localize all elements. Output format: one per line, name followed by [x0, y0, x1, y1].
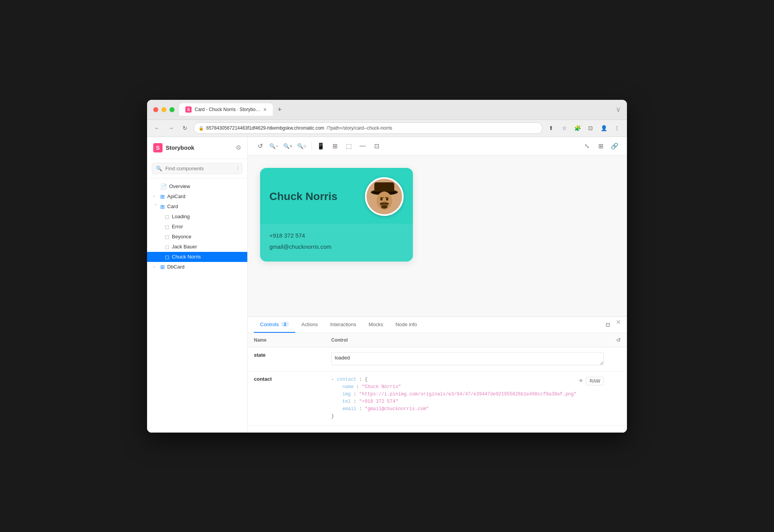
- json-name-val: "Chuck Norris": [362, 384, 401, 390]
- extensions-button[interactable]: 🧩: [572, 123, 583, 133]
- sidebar-item-apicard[interactable]: › ⊞ ApiCard: [147, 192, 247, 202]
- overview-icon: 📄: [160, 183, 167, 190]
- mobile-view-button[interactable]: 📱: [315, 140, 327, 152]
- sidebar-settings-button[interactable]: ⚙: [236, 144, 241, 151]
- raw-button[interactable]: RAW: [586, 377, 604, 385]
- json-email-key: email: [342, 406, 356, 412]
- panel-layout-button[interactable]: ⊡: [602, 318, 614, 331]
- new-tab-button[interactable]: +: [274, 104, 285, 115]
- controls-badge: 2: [281, 322, 289, 327]
- side-by-side-button[interactable]: ⬚: [342, 140, 355, 152]
- json-colon: : {: [356, 377, 368, 382]
- chevron-icon: ›: [153, 194, 158, 198]
- stacked-button[interactable]: —: [356, 140, 369, 152]
- storybook-icon: S: [153, 143, 163, 152]
- control-value-cell: - contact : { name : "Chuck Norris" img …: [325, 371, 610, 425]
- reset-column-header: ↺: [610, 333, 627, 347]
- search-shortcut: /: [237, 166, 238, 171]
- tab-mocks-label: Mocks: [368, 322, 383, 327]
- back-button[interactable]: ←: [152, 123, 163, 133]
- json-img-key: img: [342, 392, 351, 397]
- panel-close-button[interactable]: ✕: [616, 318, 621, 331]
- sidebar-item-label: ApiCard: [167, 193, 185, 199]
- tab-nodeinfo[interactable]: Node info: [389, 317, 423, 333]
- svg-point-13: [381, 205, 388, 209]
- json-colon5: :: [356, 406, 365, 412]
- copy-link-button[interactable]: 🔗: [608, 140, 621, 152]
- refresh-button[interactable]: ↺: [254, 140, 266, 152]
- browser-content: S Storybook ⚙ 🔍 / 📄 Overview: [147, 137, 627, 433]
- sidebar-item-card[interactable]: › ⊞ Card: [147, 202, 247, 212]
- browser-titlebar: S Card - Chuck Norris · Storybo… × + ∨: [147, 100, 627, 120]
- control-value-cell: loaded: [325, 347, 610, 371]
- bookmark-button[interactable]: ☆: [559, 123, 570, 133]
- table-row: contact - contact : { name : "Chuck Norr…: [248, 371, 627, 425]
- browser-window: S Card - Chuck Norris · Storybo… × + ∨ ←…: [147, 100, 627, 433]
- json-tel-val: "+918 372 574": [359, 399, 398, 404]
- sidebar-item-jackbauer[interactable]: ◻ Jack Bauer: [147, 242, 247, 252]
- sidebar-tree: 📄 Overview › ⊞ ApiCard › ⊞ Card: [147, 178, 247, 433]
- reload-button[interactable]: ↻: [180, 123, 190, 133]
- traffic-lights: [153, 107, 175, 112]
- window-controls[interactable]: ∨: [616, 105, 621, 114]
- search-input[interactable]: [165, 166, 234, 171]
- tab-controls-label: Controls: [260, 322, 279, 327]
- json-viewer: - contact : { name : "Chuck Norris" img …: [331, 376, 577, 421]
- sidebar-item-beyonce[interactable]: ◻ Beyonce: [147, 232, 247, 242]
- json-name-key: name: [342, 384, 354, 390]
- grid-view-button[interactable]: ⊞: [329, 140, 341, 152]
- box-button[interactable]: ⊡: [370, 140, 383, 152]
- sidebar-item-label: Loading: [172, 214, 190, 219]
- open-new-window-button[interactable]: ⊞: [594, 140, 607, 152]
- menu-button[interactable]: ⋮: [611, 123, 622, 133]
- story-icon: ◻: [165, 224, 170, 230]
- control-name: contact: [254, 376, 272, 382]
- card-avatar: [365, 177, 404, 216]
- json-close: }: [331, 414, 334, 419]
- sidebar-item-error[interactable]: ◻ Error: [147, 222, 247, 232]
- control-reset-cell: [610, 347, 627, 371]
- component-icon: ⊞: [160, 193, 165, 200]
- close-button[interactable]: [153, 107, 158, 112]
- state-control-input[interactable]: loaded: [331, 352, 604, 365]
- control-reset-cell: [610, 371, 627, 425]
- panel-content: Name Control ↺ state: [248, 333, 627, 433]
- sidebar-item-label: Overview: [169, 183, 190, 189]
- lock-icon: 🔒: [199, 126, 204, 131]
- active-tab[interactable]: S Card - Chuck Norris · Storybo… ×: [179, 103, 273, 116]
- tab-interactions[interactable]: Interactions: [324, 317, 362, 333]
- browser-nav: ← → ↻ 🔒 6578430567214463f1df4629-htkembg…: [147, 120, 627, 137]
- address-bar[interactable]: 🔒 6578430567214463f1df4629-htkembgskw.ch…: [194, 122, 543, 134]
- fullscreen-button[interactable]: ⤡: [580, 140, 593, 152]
- story-icon: ◻: [165, 244, 170, 250]
- story-icon: ◻: [165, 254, 170, 260]
- maximize-button[interactable]: [170, 107, 175, 112]
- json-email-val: "gmail@chucknorris.com": [365, 406, 429, 412]
- minimize-button[interactable]: [161, 107, 166, 112]
- eye-icon[interactable]: 👁: [579, 378, 584, 384]
- tab-close-button[interactable]: ×: [263, 106, 266, 113]
- zoom-reset-button[interactable]: 🔍○: [296, 140, 308, 152]
- main-panel: ↺ 🔍− 🔍+ 🔍○ 📱 ⊞ ⬚ — ⊡ ⤡ ⊞ 🔗: [248, 137, 627, 433]
- share-button[interactable]: ⬆: [546, 123, 557, 133]
- forward-button[interactable]: →: [166, 123, 176, 133]
- sidebar-item-loading[interactable]: ◻ Loading: [147, 212, 247, 222]
- zoom-in-button[interactable]: 🔍+: [282, 140, 294, 152]
- search-box: 🔍 /: [152, 163, 243, 174]
- tab-mocks[interactable]: Mocks: [362, 317, 389, 333]
- sidebar-item-dbcard[interactable]: › ⊞ DbCard: [147, 262, 247, 272]
- split-view-button[interactable]: ⊡: [585, 123, 596, 133]
- sidebar-item-chucknorris[interactable]: ◻ Chuck Norris: [147, 252, 247, 262]
- address-path: /?path=/story/card--chuck-norris: [327, 125, 392, 131]
- sidebar-item-overview[interactable]: 📄 Overview: [147, 181, 247, 192]
- card-email-row: gmail@chucknorris.com: [269, 241, 404, 252]
- story-icon: ◻: [165, 214, 170, 220]
- tab-title: Card - Chuck Norris · Storybo…: [195, 107, 260, 112]
- tab-actions[interactable]: Actions: [295, 317, 324, 333]
- zoom-out-button[interactable]: 🔍−: [268, 140, 280, 152]
- panel-tab-actions: ⊡ ✕: [602, 318, 621, 331]
- profile-button[interactable]: 👤: [598, 123, 609, 133]
- sidebar-item-label: Chuck Norris: [172, 254, 201, 260]
- reset-all-icon[interactable]: ↺: [616, 337, 621, 343]
- tab-controls[interactable]: Controls 2: [254, 317, 295, 333]
